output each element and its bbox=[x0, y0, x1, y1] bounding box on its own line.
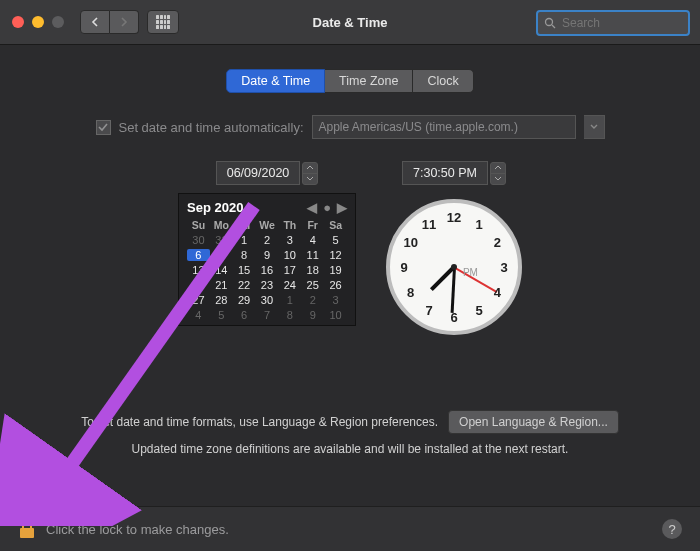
search-input[interactable] bbox=[560, 15, 664, 31]
search-field-wrap[interactable] bbox=[536, 10, 690, 36]
calendar-day[interactable]: 10 bbox=[278, 249, 301, 261]
calendar-day[interactable]: 31 bbox=[210, 234, 233, 246]
calendar-day[interactable]: 18 bbox=[301, 264, 324, 276]
language-hint-row: To set date and time formats, use Langua… bbox=[0, 410, 700, 434]
calendar-day[interactable]: 5 bbox=[324, 234, 347, 246]
traffic-lights bbox=[12, 16, 64, 28]
date-field[interactable]: 06/09/2020 bbox=[216, 161, 301, 185]
calendar-prev-button[interactable]: ◀ bbox=[307, 200, 317, 215]
calendar-day[interactable]: 25 bbox=[301, 279, 324, 291]
clock-number: 7 bbox=[425, 303, 432, 318]
clock-number: 6 bbox=[450, 310, 457, 325]
calendar-day[interactable]: 8 bbox=[233, 249, 256, 261]
calendar[interactable]: Sep 2020 ◀ ● ▶ SuMoTuWeThFrSa 3031123456… bbox=[178, 193, 356, 326]
calendar-day[interactable]: 6 bbox=[233, 309, 256, 321]
date-spin[interactable] bbox=[302, 162, 318, 185]
calendar-day[interactable]: 19 bbox=[324, 264, 347, 276]
calendar-day[interactable]: 27 bbox=[187, 294, 210, 306]
time-spin[interactable] bbox=[490, 162, 506, 185]
clock-number: 8 bbox=[407, 285, 414, 300]
calendar-day[interactable]: 30 bbox=[256, 294, 279, 306]
chevron-down-icon bbox=[306, 176, 314, 181]
time-spin-down[interactable] bbox=[491, 173, 505, 184]
calendar-dow: We bbox=[256, 219, 279, 231]
calendar-day[interactable]: 30 bbox=[187, 234, 210, 246]
calendar-day[interactable]: 9 bbox=[256, 249, 279, 261]
calendar-day[interactable]: 3 bbox=[278, 234, 301, 246]
auto-time-label: Set date and time automatically: bbox=[119, 120, 304, 135]
calendar-day[interactable]: 22 bbox=[233, 279, 256, 291]
calendar-header: Sep 2020 ◀ ● ▶ bbox=[187, 200, 347, 215]
time-server-field[interactable]: Apple Americas/US (time.apple.com.) bbox=[312, 115, 576, 139]
calendar-next-button[interactable]: ▶ bbox=[337, 200, 347, 215]
time-spin-up[interactable] bbox=[491, 163, 505, 173]
zoom-window-button[interactable] bbox=[52, 16, 64, 28]
calendar-day[interactable]: 7 bbox=[256, 309, 279, 321]
back-button[interactable] bbox=[80, 10, 110, 34]
calendar-grid[interactable]: 3031123456789101112131415161718192021222… bbox=[187, 234, 347, 321]
tab-date-time[interactable]: Date & Time bbox=[226, 69, 325, 93]
calendar-day[interactable]: 7 bbox=[210, 249, 233, 261]
clock-number: 2 bbox=[494, 235, 501, 250]
calendar-day[interactable]: 28 bbox=[210, 294, 233, 306]
calendar-day[interactable]: 15 bbox=[233, 264, 256, 276]
calendar-day[interactable]: 16 bbox=[256, 264, 279, 276]
chevron-down-icon bbox=[590, 124, 598, 130]
calendar-day[interactable]: 13 bbox=[187, 264, 210, 276]
calendar-day[interactable]: 26 bbox=[324, 279, 347, 291]
svg-line-1 bbox=[552, 25, 555, 28]
calendar-day[interactable]: 11 bbox=[301, 249, 324, 261]
calendar-day[interactable]: 20 bbox=[187, 279, 210, 291]
clock-number: 9 bbox=[400, 260, 407, 275]
calendar-day[interactable]: 2 bbox=[256, 234, 279, 246]
open-language-region-button[interactable]: Open Language & Region... bbox=[448, 410, 619, 434]
date-spin-up[interactable] bbox=[303, 163, 317, 173]
calendar-day[interactable]: 1 bbox=[233, 234, 256, 246]
calendar-day[interactable]: 24 bbox=[278, 279, 301, 291]
calendar-day[interactable]: 4 bbox=[187, 309, 210, 321]
help-button[interactable]: ? bbox=[662, 519, 682, 539]
forward-button[interactable] bbox=[110, 10, 139, 34]
language-hint-text: To set date and time formats, use Langua… bbox=[81, 415, 438, 429]
clock-number: 11 bbox=[422, 216, 436, 231]
calendar-day[interactable]: 8 bbox=[278, 309, 301, 321]
check-icon bbox=[98, 122, 108, 132]
calendar-day[interactable]: 10 bbox=[324, 309, 347, 321]
calendar-today-button[interactable]: ● bbox=[323, 200, 331, 215]
calendar-day-headers: SuMoTuWeThFrSa bbox=[187, 219, 347, 231]
calendar-day[interactable]: 29 bbox=[233, 294, 256, 306]
tab-time-zone[interactable]: Time Zone bbox=[325, 69, 413, 93]
calendar-day[interactable]: 1 bbox=[278, 294, 301, 306]
calendar-day[interactable]: 3 bbox=[324, 294, 347, 306]
clock-number: 10 bbox=[403, 235, 417, 250]
time-column: 7:30:50 PM PM 121234567891011 bbox=[386, 161, 522, 335]
date-spin-down[interactable] bbox=[303, 173, 317, 184]
minimize-window-button[interactable] bbox=[32, 16, 44, 28]
clock-number: 3 bbox=[500, 260, 507, 275]
calendar-day[interactable]: 21 bbox=[210, 279, 233, 291]
auto-time-checkbox[interactable] bbox=[96, 120, 111, 135]
lock-icon[interactable] bbox=[18, 518, 36, 540]
calendar-day[interactable]: 4 bbox=[301, 234, 324, 246]
clock-ampm: PM bbox=[463, 267, 478, 278]
pane-body: Date & Time Time Zone Clock Set date and… bbox=[0, 45, 700, 335]
calendar-day[interactable]: 12 bbox=[324, 249, 347, 261]
calendar-day[interactable]: 9 bbox=[301, 309, 324, 321]
calendar-day[interactable]: 2 bbox=[301, 294, 324, 306]
calendar-month-label: Sep 2020 bbox=[187, 200, 243, 215]
tab-clock[interactable]: Clock bbox=[413, 69, 473, 93]
tz-update-message: Updated time zone definitions are availa… bbox=[0, 442, 700, 456]
calendar-dow: Sa bbox=[324, 219, 347, 231]
time-server-dropdown-button[interactable] bbox=[584, 115, 605, 139]
show-all-button[interactable] bbox=[147, 10, 179, 34]
grid-icon bbox=[156, 15, 170, 29]
time-field[interactable]: 7:30:50 PM bbox=[402, 161, 488, 185]
close-window-button[interactable] bbox=[12, 16, 24, 28]
calendar-day[interactable]: 6 bbox=[187, 249, 210, 261]
calendar-day[interactable]: 5 bbox=[210, 309, 233, 321]
chevron-up-icon bbox=[306, 165, 314, 170]
clock-number: 1 bbox=[475, 216, 482, 231]
calendar-day[interactable]: 14 bbox=[210, 264, 233, 276]
calendar-day[interactable]: 17 bbox=[278, 264, 301, 276]
calendar-day[interactable]: 23 bbox=[256, 279, 279, 291]
